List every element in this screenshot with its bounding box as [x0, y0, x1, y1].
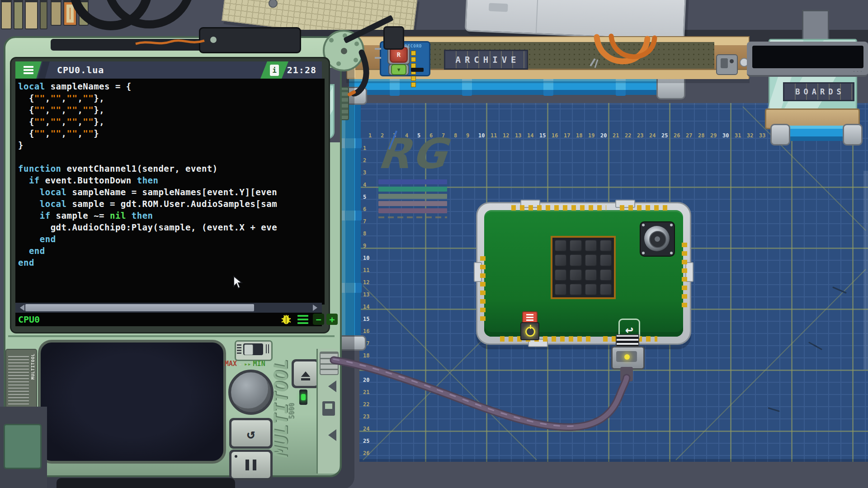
pad-button[interactable]: [599, 269, 612, 281]
ruler-number: 19: [588, 133, 594, 138]
ruler-number: 10: [478, 133, 485, 138]
info-button[interactable]: i: [260, 61, 288, 79]
reset-button[interactable]: ↺: [229, 418, 273, 449]
code-line[interactable]: end: [18, 245, 325, 257]
pipe-joint: [543, 77, 553, 96]
ruler-number: 4: [363, 182, 366, 188]
pad-button[interactable]: [554, 269, 567, 281]
ruler-number: 19: [363, 365, 369, 371]
slider-track: [243, 343, 263, 355]
pad-button[interactable]: [585, 239, 597, 252]
ruler-number: 28: [698, 133, 704, 138]
pad-button[interactable]: [554, 239, 567, 252]
play-button[interactable]: ▼: [388, 64, 409, 75]
code-line[interactable]: }: [18, 139, 325, 151]
status-led: [301, 394, 306, 400]
slider-icon-right: [266, 344, 270, 353]
pad-button[interactable]: [554, 254, 567, 266]
horizontal-scrollbar[interactable]: [15, 303, 322, 313]
volume-knob[interactable]: [228, 370, 274, 415]
code-line[interactable]: {"","","",""}: [18, 127, 325, 139]
ruler-number: 27: [686, 133, 692, 138]
code-line[interactable]: local sampleNames = {: [18, 80, 325, 92]
pad-button[interactable]: [585, 283, 597, 296]
code-line[interactable]: if event.ButtonDown then: [18, 174, 325, 186]
code-line[interactable]: function eventChannel1(sender, event): [18, 163, 325, 174]
scrollbar-thumb[interactable]: [25, 304, 254, 311]
rg-logo: RG: [377, 136, 450, 173]
code-line[interactable]: end: [18, 257, 325, 268]
eject-button[interactable]: [292, 359, 320, 388]
circuit-board[interactable]: ↩: [476, 202, 691, 345]
ruler-number: 25: [661, 133, 668, 138]
cable-plug[interactable]: [611, 346, 645, 370]
ruler-number: 26: [674, 133, 680, 138]
pad-button[interactable]: [585, 269, 597, 281]
pause-button[interactable]: [229, 450, 273, 480]
shell-seam: [8, 335, 335, 337]
debug-bug-icon[interactable]: [280, 314, 292, 325]
rg-stripe: [378, 201, 447, 206]
code-line[interactable]: if sample ~= nil then: [18, 210, 325, 221]
ruler-number: 32: [747, 133, 753, 138]
chevron: ▸: [239, 361, 242, 367]
pad-button[interactable]: [569, 254, 582, 266]
code-line[interactable]: local sample = gdt.ROM.User.AudioSamples…: [18, 198, 325, 210]
cpu-tab[interactable]: CPU0: [18, 314, 40, 325]
pad-button[interactable]: [554, 283, 567, 296]
ruler-number: 16: [552, 133, 558, 138]
zoom-out-button[interactable]: −: [313, 314, 324, 325]
editor-menu-button[interactable]: [15, 61, 42, 79]
code-line[interactable]: local sampleName = sampleNames[event.Y][…: [18, 186, 325, 198]
rg-stripes: [378, 179, 448, 213]
module-lead: [375, 48, 381, 50]
code-line[interactable]: end: [18, 233, 325, 245]
scroll-left-arrow[interactable]: [17, 305, 24, 311]
code-line[interactable]: {"","","",""},: [18, 116, 325, 127]
gadget-screen[interactable]: [38, 340, 226, 464]
code-line[interactable]: gdt.AudioChip0:Play(sample, (event.X + e…: [18, 221, 325, 233]
module-lead: [375, 57, 381, 59]
volume-slider[interactable]: [235, 340, 273, 361]
lines-menu-icon[interactable]: [297, 315, 308, 324]
cable-port[interactable]: [320, 352, 339, 375]
speaker-module[interactable]: [640, 221, 675, 257]
code-editor-area[interactable]: local sampleNames = { {"","","",""}, {""…: [15, 79, 325, 305]
ruler-number: 22: [625, 133, 631, 138]
pad-button[interactable]: [599, 239, 612, 252]
rg-dash-text: [378, 216, 447, 218]
code-line[interactable]: {"","","",""},: [18, 104, 325, 116]
edge-contacts: [620, 205, 670, 211]
button-pad-module[interactable]: [551, 236, 616, 299]
case-latch: [489, 3, 508, 12]
jumper: [411, 68, 424, 72]
pipe-joint: [616, 77, 626, 96]
pipe-horizontal: [349, 78, 660, 95]
power-button[interactable]: [520, 322, 539, 340]
scroll-right-arrow[interactable]: [313, 305, 321, 311]
pipe-joint: [390, 77, 400, 96]
pipe-joint: [340, 138, 362, 148]
code-line[interactable]: {"","","",""},: [18, 92, 325, 104]
code-line[interactable]: [18, 151, 325, 163]
ruler-number: 10: [363, 255, 369, 261]
model-number: 5000: [288, 392, 296, 419]
ruler-number: 17: [564, 133, 570, 138]
pad-button[interactable]: [599, 254, 612, 266]
slot-arrow-icon[interactable]: [322, 429, 336, 441]
pad-button[interactable]: [569, 239, 582, 252]
clock: 21:28: [287, 65, 316, 75]
pad-button[interactable]: [585, 254, 597, 266]
ruler-number: 25: [363, 438, 369, 444]
pad-button[interactable]: [599, 283, 612, 296]
slider-knob[interactable]: [244, 344, 253, 355]
pad-button[interactable]: [569, 269, 582, 281]
side-rail: [316, 349, 340, 474]
zoom-in-button[interactable]: +: [326, 314, 338, 325]
pad-button[interactable]: [569, 283, 582, 296]
shelf-latch[interactable]: [716, 54, 738, 75]
slot-arrow-icon[interactable]: [322, 380, 336, 392]
cartridge-icon[interactable]: [322, 401, 335, 416]
notebooks-stack: [51, 0, 89, 23]
editor-titlebar: CPU0.lua i 21:28: [15, 61, 322, 79]
